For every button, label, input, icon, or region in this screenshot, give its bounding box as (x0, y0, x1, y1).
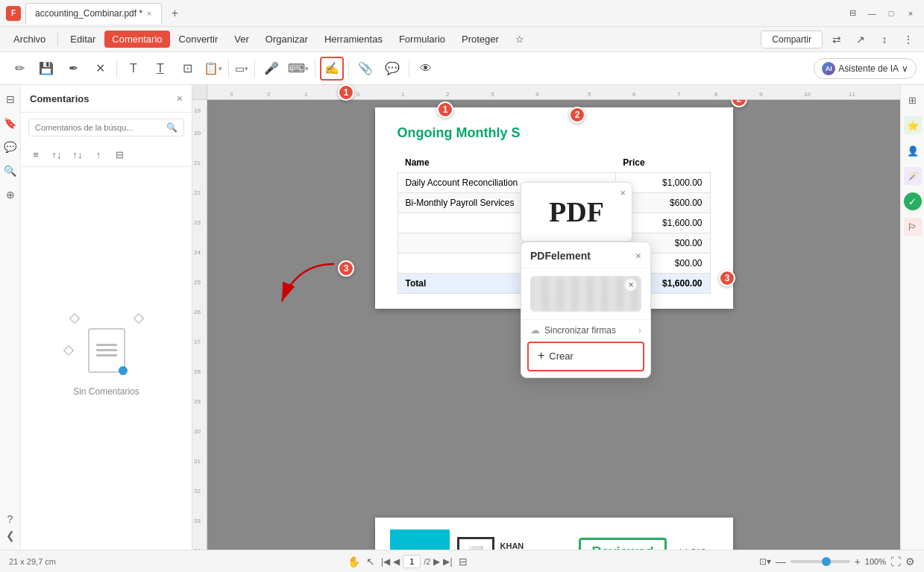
diagram-line2 (96, 349, 117, 351)
sidebar: Comentarios × 🔍 ≡ ↑↓ ↑↓ ↑ ⊟ (21, 85, 192, 550)
nav-icon-help[interactable]: ? (2, 511, 19, 527)
tool-eye[interactable]: 👁 (414, 57, 438, 81)
tool-pen[interactable]: ✒ (61, 57, 85, 81)
last-page-button[interactable]: ▶| (443, 556, 452, 567)
tab-item[interactable]: accounting_Combinar.pdf * × (25, 3, 162, 24)
sidebar-tool-filter[interactable]: ⊟ (110, 145, 128, 163)
tool-comment[interactable]: 💬 (380, 57, 404, 81)
tool-box[interactable]: ⊡ (175, 57, 199, 81)
zoom-out-button[interactable]: — (776, 556, 786, 568)
step1-fixed-circle: 1 (338, 84, 354, 101)
pdfelement-avatar-close[interactable]: × (625, 279, 637, 291)
tool-attach[interactable]: 📎 (353, 57, 377, 81)
right-sidebar: ⊞ ⭐ 👤 🪄 ✓ 🏳 (900, 85, 924, 550)
tool-highlight[interactable]: ✏ (7, 57, 31, 81)
menu-icon2[interactable]: ↗ (851, 30, 870, 49)
sync-icon: ☁ (530, 324, 540, 336)
menu-overflow-icon[interactable]: ⋮ (899, 30, 918, 49)
first-page-button[interactable]: |◀ (381, 556, 390, 567)
ai-assistant-button[interactable]: AI Asistente de IA ∨ (814, 58, 917, 79)
pdfelement-create-button[interactable]: + Crear (527, 342, 644, 371)
nav-icon-layers[interactable]: ⊕ (2, 186, 19, 203)
khan-text: KHANARCHITECTS INC. (500, 541, 572, 550)
tool-signature[interactable]: ✍ (320, 57, 344, 81)
nav-icon-collapse[interactable]: ❮ (2, 527, 19, 544)
prev-page-button[interactable]: ◀ (393, 556, 400, 567)
menu-formulario[interactable]: Formulario (392, 31, 453, 48)
sidebar-search-box[interactable]: 🔍 (28, 119, 184, 136)
fullscreen-button[interactable]: ⛶ (890, 556, 901, 568)
menu-organizar[interactable]: Organizar (258, 31, 315, 48)
settings-button[interactable]: ⚙ (905, 556, 915, 568)
zoom-slider[interactable] (791, 560, 850, 563)
right-icon-grid[interactable]: ⊞ (904, 91, 922, 109)
zoom-in-button[interactable]: + (855, 556, 861, 568)
page-number-input[interactable] (403, 555, 421, 568)
tool-text[interactable]: T (122, 57, 145, 81)
diamond-tl (69, 312, 79, 323)
sidebar-close-icon[interactable]: × (177, 92, 183, 104)
right-icon-star[interactable]: ⭐ (904, 116, 922, 134)
window-close-icon[interactable]: × (903, 6, 918, 21)
sidebar-diagram (77, 321, 136, 380)
menu-comentario[interactable]: Comentario (104, 31, 169, 48)
sync-arrow: › (638, 325, 641, 336)
single-page-icon[interactable]: ⊟ (459, 556, 468, 568)
tool-text-underline[interactable]: T (148, 57, 172, 81)
sidebar-tool-list[interactable]: ≡ (27, 145, 45, 163)
doc-heading: Ongoing Monthly S (397, 125, 711, 141)
pdfelement-close-icon[interactable]: × (635, 250, 641, 262)
menu-star[interactable]: ☆ (508, 31, 532, 48)
sidebar-search-input[interactable] (35, 123, 163, 132)
sidebar-search-icon[interactable]: 🔍 (166, 122, 177, 133)
sidebar-tool-sort2[interactable]: ↑↓ (69, 145, 87, 163)
menu-convertir[interactable]: Convertir (172, 31, 226, 48)
diagram-line1 (96, 344, 117, 346)
khan-box-icon: ⬜ (457, 537, 494, 550)
zoom-thumb[interactable] (822, 557, 831, 566)
nav-bottom: ? ❮ (2, 511, 19, 544)
menu-archivo[interactable]: Archivo (6, 31, 53, 48)
toolbar: ✏ 💾 ✒ ✕ T T ⊡ 📋 ▾ ▭ ▾ 🎤 ⌨ ▾ ✍ 📎 💬 👁 AI A… (0, 52, 924, 85)
share-button[interactable]: Compartir (761, 31, 823, 48)
menu-herramientas[interactable]: Herramientas (317, 31, 390, 48)
menu-ver[interactable]: Ver (227, 31, 257, 48)
right-icon-wand[interactable]: 🪄 (904, 167, 922, 185)
tab-close-icon[interactable]: × (147, 9, 151, 18)
cursor-select-icon[interactable]: ↖ (366, 556, 375, 568)
tool-eraser[interactable]: ✕ (88, 57, 112, 81)
fit-page-button[interactable]: ⊡▾ (759, 556, 771, 567)
nav-icon-bookmark[interactable]: 🔖 (2, 115, 19, 131)
nav-icon-comment-panel[interactable]: 💬 (2, 139, 19, 155)
pdf-popup-close[interactable]: × (620, 187, 626, 198)
window-minimize-icon[interactable]: — (864, 6, 879, 21)
right-icon-flag[interactable]: 🏳 (904, 218, 922, 236)
menu-proteger[interactable]: Proteger (454, 31, 506, 48)
nav-icon-pages[interactable]: ⊟ (2, 91, 19, 107)
window-maximize-icon[interactable]: □ (884, 6, 899, 21)
menu-icon3[interactable]: ↕ (875, 30, 894, 49)
menu-editar[interactable]: Editar (63, 31, 103, 48)
tool-audio[interactable]: 🎤 (260, 57, 283, 81)
nav-icon-search[interactable]: 🔍 (2, 163, 19, 179)
right-icon-person[interactable]: 👤 (904, 142, 922, 160)
tool-stamp[interactable]: 📋 ▾ (202, 60, 224, 77)
tool-stamp2[interactable]: ⌨ ▾ (286, 60, 310, 77)
sidebar-tool-sort1[interactable]: ↑↓ (48, 145, 66, 163)
tool-highlight2[interactable]: ▭ ▾ (233, 61, 250, 76)
window-settings-icon[interactable]: ⊟ (845, 6, 860, 21)
menu-icon1[interactable]: ⇄ (827, 30, 846, 49)
step1-circle: 1 (437, 101, 453, 118)
pdfelement-sync[interactable]: ☁ Sincronizar firmas › (521, 319, 650, 342)
tool-save[interactable]: 💾 (34, 57, 58, 81)
sidebar-tool-sort3[interactable]: ↑ (89, 145, 107, 163)
new-tab-button[interactable]: + (166, 4, 184, 22)
next-page-button[interactable]: ▶ (433, 556, 440, 567)
toolbar-sep4 (315, 60, 315, 78)
right-icon-check[interactable]: ✓ (904, 192, 922, 210)
step2-circle: 2 (731, 100, 747, 107)
title-bar: F accounting_Combinar.pdf * × + ⊟ — □ × (0, 0, 924, 27)
cursor-icon[interactable]: ✋ (348, 556, 360, 568)
page-separator: /2 (424, 557, 430, 566)
document-canvas[interactable]: Ongoing Monthly S Name Price Daily Ac (207, 100, 900, 550)
